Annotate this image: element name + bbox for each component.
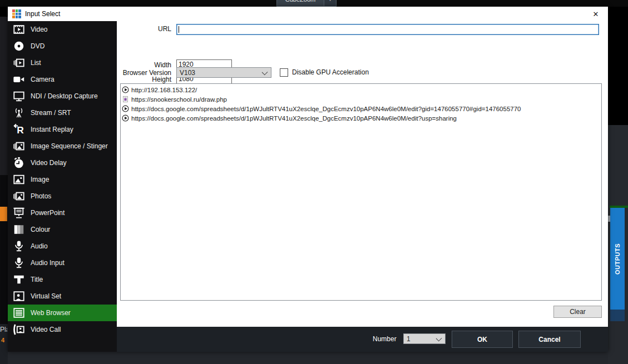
outputs-tab[interactable]: OUTPUTS — [610, 208, 625, 310]
input-type-sidebar: Video DVD List Camera NDI / Desktop Capt… — [8, 21, 117, 352]
presentation-icon — [12, 207, 26, 219]
browser-lines-icon — [12, 307, 26, 319]
url-label: URL — [117, 25, 171, 33]
stopwatch-icon — [12, 157, 26, 169]
sidebar-item-camera[interactable]: Camera — [8, 71, 117, 88]
cancel-button[interactable]: Cancel — [518, 331, 581, 348]
sidebar-item-photos[interactable]: Photos — [8, 188, 117, 205]
swatch-icon — [12, 223, 26, 236]
history-item[interactable]: https://snookerschool.ru/draw.php — [121, 94, 601, 104]
background-partial-label: Pla — [0, 326, 7, 334]
history-item[interactable]: http://192.168.153.122/ — [121, 85, 601, 94]
ok-button[interactable]: OK — [452, 331, 513, 348]
camera-icon — [12, 73, 26, 86]
background-orange-accent — [0, 207, 7, 221]
image-icon — [12, 173, 26, 186]
sidebar-item-image-sequence-stinger[interactable]: Image Sequence / Stinger — [8, 138, 117, 154]
dialog-content: URL Width Height Browser Version V103 Di… — [117, 21, 608, 327]
dialog-footer: Number 1 OK Cancel — [117, 327, 608, 352]
play-circle-icon — [122, 105, 130, 113]
microphone-icon — [12, 257, 26, 269]
sidebar-item-audio[interactable]: Audio — [8, 238, 117, 255]
background-bottom-panel — [0, 352, 608, 364]
width-label: Width — [117, 61, 171, 69]
browser-version-label: Browser Version — [117, 69, 171, 77]
sidebar-item-video[interactable]: Video — [8, 21, 117, 38]
sidebar-item-ndi-desktop-capture[interactable]: NDI / Desktop Capture — [8, 88, 117, 104]
sidebar-item-video-call[interactable]: Video Call — [8, 321, 117, 338]
sidebar-item-stream-srt[interactable]: Stream / SRT — [8, 104, 117, 121]
disable-gpu-label: Disable GPU Acceleration — [292, 68, 369, 76]
chevron-down-icon: ▾ — [329, 0, 332, 2]
browser-version-select[interactable]: V103 — [176, 67, 271, 78]
disc-icon — [12, 40, 26, 52]
height-label: Height — [117, 76, 171, 83]
sidebar-item-powerpoint[interactable]: PowerPoint — [8, 205, 117, 221]
background-partial-number: 4 — [1, 337, 4, 343]
scrollbar-nub[interactable] — [608, 216, 610, 222]
svg-text:R: R — [17, 124, 24, 136]
number-label: Number — [373, 335, 397, 343]
background-left-strip-dark — [0, 175, 8, 324]
dialog-title: Input Select — [25, 10, 60, 18]
sidebar-item-audio-input[interactable]: Audio Input — [8, 255, 117, 271]
sidebar-item-title[interactable]: Title — [8, 271, 117, 288]
replay-icon: R — [12, 123, 26, 136]
sidebar-item-image[interactable]: Image — [8, 171, 117, 188]
list-stack-icon — [12, 57, 26, 69]
virtual-set-icon — [12, 290, 26, 302]
input-select-dialog: Input Select ✕ Video DVD List Camera — [8, 7, 608, 352]
history-item[interactable]: https://docs.google.com/spreadsheets/d/1… — [121, 104, 601, 113]
url-input-wrap — [176, 24, 599, 35]
number-value: 1 — [407, 335, 411, 343]
sidebar-item-instant-replay[interactable]: R Instant Replay — [8, 121, 117, 138]
video-call-icon — [12, 323, 26, 336]
cubezoom-button[interactable]: CubeZoom — [276, 0, 324, 7]
close-icon[interactable]: ✕ — [588, 8, 604, 19]
screen: CubeZoom ▾ Pla 4 OUTPUTS Input Select ✕ … — [0, 0, 628, 364]
antenna-icon — [12, 107, 26, 119]
sidebar-item-virtual-set[interactable]: Virtual Set — [8, 288, 117, 305]
cubezoom-dropdown-button[interactable]: ▾ — [324, 0, 337, 7]
sidebar-item-colour[interactable]: Colour — [8, 221, 117, 238]
sidebar-item-dvd[interactable]: DVD — [8, 38, 117, 54]
background-left-strip — [0, 17, 8, 175]
page-icon — [122, 96, 130, 103]
url-input[interactable] — [176, 24, 599, 35]
outputs-tab-footer — [610, 310, 625, 321]
chevron-down-icon — [436, 336, 442, 342]
sidebar-item-list[interactable]: List — [8, 54, 117, 71]
clear-button[interactable]: Clear — [553, 306, 602, 318]
photo-stack-icon — [12, 190, 26, 202]
disable-gpu-checkbox[interactable] — [280, 68, 288, 77]
text-caret — [179, 26, 179, 33]
monitor-icon — [12, 90, 26, 102]
number-select[interactable]: 1 — [403, 333, 446, 344]
url-history-list[interactable]: http://192.168.153.122/ https://snookers… — [120, 83, 602, 301]
outputs-tab-label: OUTPUTS — [614, 243, 621, 274]
background-topbar: CubeZoom ▾ — [0, 0, 628, 7]
photo-stack-icon — [12, 140, 26, 152]
browser-version-value: V103 — [180, 69, 195, 77]
sidebar-item-video-delay[interactable]: Video Delay — [8, 154, 117, 171]
vmix-logo-icon — [12, 9, 21, 18]
play-circle-icon — [122, 114, 130, 122]
microphone-icon — [12, 240, 26, 252]
sidebar-item-web-browser[interactable]: Web Browser — [8, 305, 117, 321]
chevron-down-icon — [262, 69, 268, 76]
dialog-titlebar[interactable]: Input Select ✕ — [8, 7, 608, 21]
film-icon — [12, 23, 26, 36]
play-circle-icon — [122, 86, 130, 94]
history-item[interactable]: https://docs.google.com/spreadsheets/d/1… — [121, 113, 601, 123]
title-icon — [12, 273, 26, 286]
